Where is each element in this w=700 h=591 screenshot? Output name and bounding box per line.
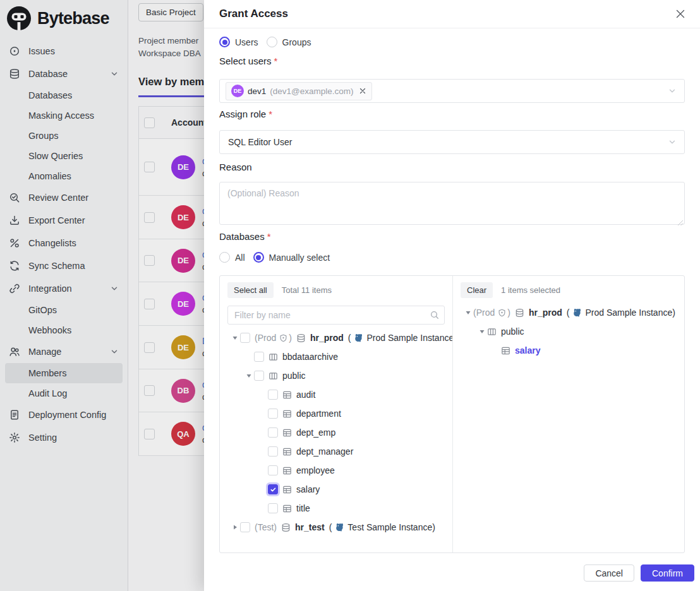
tree-row-dept_manager[interactable]: dept_manager (227, 442, 445, 461)
databases-label: Databases* (219, 231, 271, 242)
tree-row-employee[interactable]: employee (227, 461, 445, 480)
confirm-button[interactable]: Confirm (641, 564, 694, 582)
tree-node-name: dept_manager (296, 446, 353, 457)
tree-node-name: title (296, 503, 310, 513)
users-radio-label: Users (235, 37, 258, 47)
tree-checkbox[interactable] (254, 371, 264, 381)
tree-row-salary[interactable]: salary (461, 341, 677, 360)
member-type-radio-group: Users Groups (219, 37, 311, 47)
database-icon (296, 333, 306, 343)
tree-node-name: hr_prod (310, 333, 344, 343)
groups-radio-control[interactable] (267, 37, 277, 47)
environment-label: (Prod (473, 307, 495, 318)
database-icon (515, 308, 524, 318)
tree-checkbox[interactable] (268, 465, 278, 475)
tree-row-public[interactable]: public (461, 322, 677, 341)
instance-name: Prod Sample Instance (366, 333, 453, 343)
caret-down-icon[interactable] (477, 328, 487, 335)
manually-select-radio-label: Manually select (269, 253, 330, 263)
manually-select-radio[interactable]: Manually select (253, 252, 330, 263)
users-radio-control[interactable] (219, 37, 230, 47)
reason-textarea[interactable] (219, 182, 685, 225)
tree-checkbox[interactable] (254, 352, 264, 362)
remove-user-icon[interactable] (359, 87, 366, 95)
all-radio-control[interactable] (219, 252, 230, 263)
users-radio[interactable]: Users (219, 37, 258, 47)
user-email: (dev1@example.com) (270, 87, 353, 96)
tree-node-name: public (501, 326, 524, 337)
selected-tree: (Prod)hr_prod(Prod Sample Instance)publi… (461, 303, 677, 360)
manually-select-radio-control[interactable] (253, 252, 264, 263)
assign-role-value: SQL Editor User (228, 137, 292, 147)
grant-access-dialog: Grant Access Users Groups Select users* … (204, 0, 700, 591)
caret-down-icon[interactable] (463, 309, 473, 316)
tree-checkbox[interactable] (268, 484, 278, 494)
source-tree: (Prod)hr_prod(Prod Sample Instancebbdata… (227, 328, 445, 537)
tree-row-salary[interactable]: salary (227, 480, 445, 499)
selected-user-chip: DE dev1 (dev1@example.com) (226, 82, 372, 100)
postgresql-icon (572, 307, 582, 318)
tree-node-name: hr_prod (529, 307, 562, 318)
tree-row-hr_test[interactable]: (Test)hr_test(Test Sample Instance) (227, 518, 445, 537)
groups-radio[interactable]: Groups (267, 37, 311, 47)
filter-wrap (227, 306, 445, 325)
tree-node-name: employee (296, 465, 335, 475)
search-icon (430, 311, 439, 319)
caret-right-icon[interactable] (230, 523, 240, 531)
caret-down-icon[interactable] (230, 334, 240, 342)
schema-icon (269, 352, 278, 362)
required-mark: * (274, 56, 278, 66)
tree-checkbox[interactable] (268, 503, 278, 513)
source-panel-header: Select all Total 11 items (227, 282, 445, 298)
table-icon (282, 447, 292, 457)
tree-row-hr_prod[interactable]: (Prod)hr_prod(Prod Sample Instance) (461, 303, 677, 322)
reason-label: Reason (219, 162, 252, 172)
postgresql-icon (353, 333, 363, 343)
table-icon (282, 466, 292, 475)
assign-role-select[interactable]: SQL Editor User (219, 130, 685, 154)
chevron-down-icon (668, 138, 677, 146)
all-radio-label: All (235, 253, 245, 263)
dialog-footer: Cancel Confirm (584, 564, 694, 582)
clear-button[interactable]: Clear (461, 282, 493, 298)
tree-checkbox[interactable] (268, 390, 278, 400)
table-icon (282, 409, 292, 419)
tree-checkbox[interactable] (240, 333, 250, 343)
tree-checkbox[interactable] (240, 522, 250, 532)
tree-row-hr_prod[interactable]: (Prod)hr_prod(Prod Sample Instance (227, 328, 445, 347)
tree-row-dept_emp[interactable]: dept_emp (227, 423, 445, 442)
environment-label: (Prod (255, 333, 276, 343)
picker-source-panel: Select all Total 11 items (Prod)hr_prod(… (220, 276, 453, 552)
select-users-input[interactable]: DE dev1 (dev1@example.com) (219, 79, 685, 103)
database-picker: Select all Total 11 items (Prod)hr_prod(… (219, 275, 685, 553)
tree-checkbox[interactable] (268, 446, 278, 457)
table-icon (282, 485, 292, 494)
paren: ( (348, 333, 351, 343)
tree-row-public[interactable]: public (227, 366, 445, 385)
all-radio[interactable]: All (219, 252, 245, 263)
cancel-button[interactable]: Cancel (584, 564, 634, 582)
tree-row-bbdataarchive[interactable]: bbdataarchive (227, 347, 445, 366)
environment-label: ) (289, 333, 292, 343)
user-name: dev1 (248, 87, 266, 96)
tree-row-department[interactable]: department (227, 404, 445, 423)
tree-checkbox[interactable] (268, 427, 278, 438)
select-all-button[interactable]: Select all (227, 282, 274, 298)
postgresql-icon (334, 522, 344, 532)
tree-checkbox[interactable] (268, 409, 278, 419)
environment-label: (Test) (255, 522, 277, 532)
close-icon[interactable] (673, 7, 687, 21)
dialog-header: Grant Access (204, 0, 700, 28)
select-users-label: Select users* (219, 56, 277, 66)
tree-node-name: salary (296, 484, 320, 494)
tree-node-name: department (296, 409, 341, 419)
tree-row-audit[interactable]: audit (227, 385, 445, 404)
tree-node-name: salary (515, 345, 540, 355)
tree-node-name: dept_emp (296, 427, 335, 438)
picker-selected-panel: Clear 1 items selected (Prod)hr_prod(Pro… (453, 276, 684, 552)
table-icon (282, 504, 292, 513)
tree-row-title[interactable]: title (227, 499, 445, 518)
caret-down-icon[interactable] (244, 372, 254, 379)
filter-by-name-input[interactable] (227, 306, 445, 325)
schema-icon (269, 371, 278, 381)
